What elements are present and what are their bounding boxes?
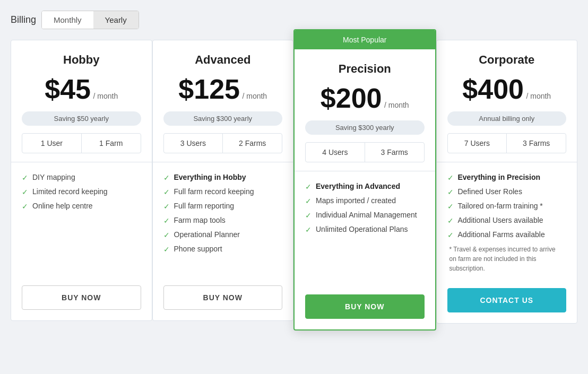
plan-name-corporate: Corporate [447, 53, 567, 67]
plan-name-hobby: Hobby [22, 53, 141, 67]
feature-text-hobby-0: DIY mapping [32, 173, 75, 181]
feature-text-corporate-2: Tailored on-farm training * [458, 202, 543, 210]
check-icon-precision-3: ✓ [305, 225, 312, 234]
price-period-corporate: / month [526, 92, 551, 100]
users-precision: 4 Users [306, 143, 365, 162]
check-icon-advanced-2: ✓ [163, 202, 170, 211]
check-icon-corporate-2: ✓ [447, 202, 454, 211]
monthly-toggle[interactable]: Monthly [42, 11, 93, 29]
check-icon-advanced-0: ✓ [163, 173, 170, 182]
plan-features-advanced: ✓ Everything in Hobby ✓ Full farm record… [153, 162, 293, 279]
price-amount-precision: $200 [321, 83, 382, 114]
price-period-advanced: / month [242, 92, 267, 100]
feature-text-corporate-0: Everything in Precision [458, 173, 541, 181]
check-icon-hobby-1: ✓ [22, 188, 28, 196]
plans-container: Hobby $45 / month Saving $50 yearly 1 Us… [11, 40, 577, 330]
check-icon-corporate-0: ✓ [447, 173, 454, 182]
feature-item-hobby-2: ✓ Online help centre [22, 202, 141, 211]
plan-features-corporate: ✓ Everything in Precision ✓ Defined User… [437, 162, 577, 282]
check-icon-corporate-1: ✓ [447, 188, 454, 196]
plan-top-corporate: Corporate $400 / month Annual billing on… [437, 40, 577, 162]
feature-text-corporate-3: Additional Users available [458, 216, 543, 224]
plan-card-advanced: Advanced $125 / month Saving $300 yearly… [152, 40, 294, 321]
feature-text-advanced-3: Farm map tools [174, 216, 226, 224]
feature-text-advanced-4: Operational Planner [174, 230, 240, 239]
plan-price-corporate: $400 / month [447, 73, 567, 105]
feature-item-advanced-3: ✓ Farm map tools [163, 216, 283, 225]
users-farms-hobby: 1 User 1 Farm [22, 133, 141, 153]
feature-item-corporate-4: ✓ Additional Farms available [447, 230, 567, 239]
feature-text-advanced-5: Phone support [174, 245, 222, 253]
billing-toggle[interactable]: Monthly Yearly [41, 11, 139, 29]
check-icon-precision-0: ✓ [305, 182, 312, 191]
users-farms-precision: 4 Users 3 Farms [305, 142, 425, 162]
feature-text-advanced-2: Full farm reporting [174, 202, 235, 210]
feature-item-advanced-2: ✓ Full farm reporting [163, 202, 283, 211]
feature-text-precision-0: Everything in Advanced [316, 182, 400, 190]
plan-name-precision: Precision [305, 62, 425, 76]
check-icon-hobby-0: ✓ [22, 173, 28, 182]
savings-badge-hobby: Saving $50 yearly [22, 111, 141, 126]
farms-hobby: 1 Farm [82, 134, 141, 153]
feature-item-advanced-4: ✓ Operational Planner [163, 230, 283, 239]
feature-item-hobby-1: ✓ Limited record keeping [22, 187, 141, 196]
feature-text-advanced-0: Everything in Hobby [174, 173, 246, 181]
feature-text-hobby-2: Online help centre [32, 202, 93, 210]
plan-name-advanced: Advanced [163, 53, 283, 67]
billing-header: Billing Monthly Yearly [11, 11, 577, 29]
plan-features-precision: ✓ Everything in Advanced ✓ Maps imported… [295, 171, 435, 288]
users-farms-advanced: 3 Users 2 Farms [163, 133, 283, 153]
buy-button-hobby[interactable]: BUY NOW [22, 285, 141, 310]
feature-item-advanced-0: ✓ Everything in Hobby [163, 173, 283, 182]
price-amount-hobby: $45 [45, 74, 91, 105]
check-icon-advanced-1: ✓ [163, 188, 170, 196]
popular-badge: Most Popular [295, 30, 435, 49]
check-icon-hobby-2: ✓ [22, 202, 28, 211]
savings-badge-corporate: Annual billing only [447, 111, 567, 126]
feature-text-corporate-4: Additional Farms available [458, 230, 545, 239]
savings-badge-advanced: Saving $300 yearly [163, 111, 283, 126]
users-corporate: 7 Users [448, 134, 507, 153]
plan-price-precision: $200 / month [305, 82, 425, 114]
users-farms-corporate: 7 Users 3 Farms [447, 133, 567, 153]
price-period-precision: / month [384, 101, 409, 109]
plan-top-hobby: Hobby $45 / month Saving $50 yearly 1 Us… [11, 40, 152, 162]
buy-button-corporate[interactable]: CONTACT US [447, 288, 567, 312]
feature-item-precision-3: ✓ Unlimited Operational Plans [305, 225, 425, 234]
plan-price-hobby: $45 / month [22, 73, 141, 105]
plan-footer-corporate: CONTACT US [437, 282, 577, 323]
feature-text-hobby-1: Limited record keeping [32, 187, 108, 196]
yearly-toggle[interactable]: Yearly [93, 11, 139, 29]
feature-item-precision-1: ✓ Maps imported / created [305, 196, 425, 205]
farms-precision: 3 Farms [365, 143, 424, 162]
plan-card-corporate: Corporate $400 / month Annual billing on… [436, 40, 578, 324]
buy-button-precision[interactable]: BUY NOW [305, 294, 425, 319]
feature-item-corporate-3: ✓ Additional Users available [447, 216, 567, 225]
price-amount-corporate: $400 [462, 74, 524, 105]
check-icon-corporate-4: ✓ [447, 231, 454, 239]
plan-top-advanced: Advanced $125 / month Saving $300 yearly… [153, 40, 293, 162]
feature-text-precision-2: Individual Animal Management [316, 211, 417, 219]
plan-footer-hobby: BUY NOW [11, 279, 152, 320]
plan-top-precision: Precision $200 / month Saving $300 yearl… [295, 49, 435, 171]
plan-card-hobby: Hobby $45 / month Saving $50 yearly 1 Us… [11, 40, 152, 321]
feature-item-advanced-1: ✓ Full farm record keeping [163, 187, 283, 196]
check-icon-advanced-3: ✓ [163, 216, 170, 225]
price-amount-advanced: $125 [178, 74, 240, 105]
buy-button-advanced[interactable]: BUY NOW [163, 285, 283, 310]
check-icon-precision-2: ✓ [305, 211, 312, 220]
price-period-hobby: / month [93, 92, 118, 100]
feature-text-corporate-1: Defined User Roles [458, 187, 522, 196]
feature-text-advanced-1: Full farm record keeping [174, 187, 254, 196]
check-icon-advanced-4: ✓ [163, 231, 170, 239]
billing-label: Billing [11, 14, 36, 25]
feature-item-corporate-2: ✓ Tailored on-farm training * [447, 202, 567, 211]
feature-item-precision-2: ✓ Individual Animal Management [305, 211, 425, 220]
savings-badge-precision: Saving $300 yearly [305, 120, 425, 135]
feature-item-hobby-0: ✓ DIY mapping [22, 173, 141, 182]
feature-item-corporate-0: ✓ Everything in Precision [447, 173, 567, 182]
plan-price-advanced: $125 / month [163, 73, 283, 105]
check-icon-advanced-5: ✓ [163, 245, 170, 254]
feature-text-precision-3: Unlimited Operational Plans [316, 225, 408, 233]
check-icon-precision-1: ✓ [305, 197, 312, 205]
